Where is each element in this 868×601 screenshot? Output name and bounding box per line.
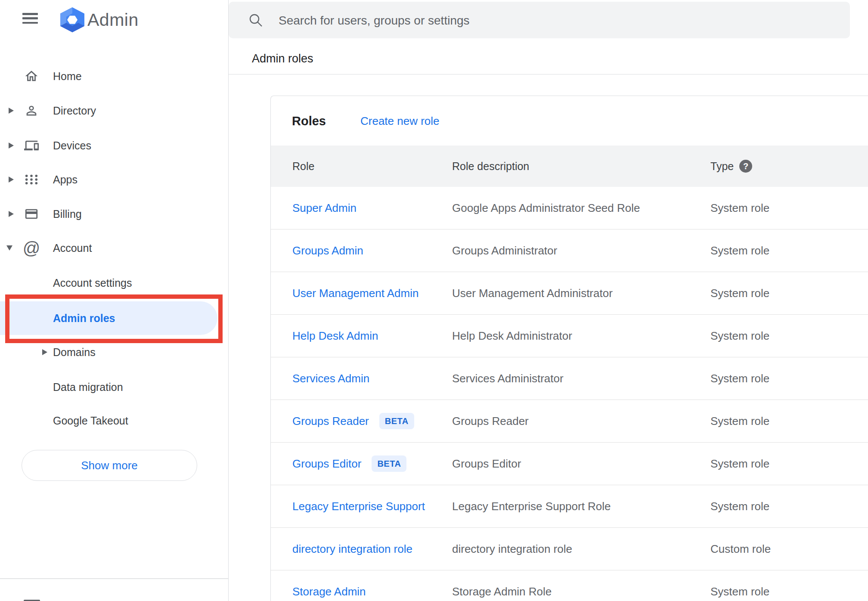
column-header-role-description: Role description — [452, 160, 529, 173]
expand-arrow-icon[interactable] — [9, 108, 14, 114]
role-link[interactable]: Legacy Enterprise Support — [292, 500, 425, 513]
table-row: Groups AdminGroups AdministratorSystem r… — [271, 229, 868, 272]
role-type: System role — [710, 201, 769, 215]
role-type: Custom role — [710, 542, 771, 556]
admin-logo-icon[interactable] — [60, 7, 84, 32]
sidebar-item-devices[interactable]: Devices — [0, 128, 228, 163]
role-link[interactable]: Help Desk Admin — [292, 329, 378, 343]
role-link[interactable]: Super Admin — [292, 201, 356, 215]
role-description: directory integration role — [452, 542, 572, 556]
expand-arrow-icon[interactable] — [9, 143, 14, 149]
collapse-arrow-icon[interactable] — [6, 245, 12, 251]
role-description: Services Administrator — [452, 372, 564, 385]
menu-icon[interactable] — [22, 13, 38, 24]
sidebar-item-domains[interactable]: Domains — [0, 335, 228, 369]
person-icon — [23, 102, 40, 119]
role-description: Help Desk Administrator — [452, 329, 572, 343]
expand-arrow-icon[interactable] — [9, 211, 14, 217]
help-icon[interactable] — [739, 160, 752, 173]
role-link[interactable]: Groups Reader — [292, 415, 369, 428]
table-row: Storage AdminStorage Admin RoleSystem ro… — [271, 570, 868, 601]
sidebar-item-label: Domains — [53, 346, 96, 359]
sidebar-item-google-takeout[interactable]: Google Takeout — [0, 403, 228, 438]
role-type: System role — [710, 500, 769, 513]
sidebar-item-directory[interactable]: Directory — [0, 93, 228, 128]
sidebar-item-label: Google Takeout — [53, 415, 128, 427]
role-type: System role — [710, 244, 769, 257]
home-icon — [23, 68, 40, 85]
role-description: User Management Administrator — [452, 287, 613, 300]
role-description: Storage Admin Role — [452, 585, 552, 598]
role-description: Groups Reader — [452, 415, 529, 428]
role-link[interactable]: Groups Admin — [292, 244, 363, 257]
role-link[interactable]: Storage Admin — [292, 585, 366, 598]
card-title: Roles — [292, 114, 326, 128]
sidebar-item-label: Home — [53, 70, 82, 83]
sidebar-item-label: Billing — [53, 208, 82, 220]
sidebar-item-label: Account settings — [53, 277, 132, 289]
role-link[interactable]: directory integration role — [292, 542, 412, 556]
sidebar-item-label: Directory — [53, 105, 96, 117]
column-header-type: Type — [710, 160, 734, 173]
search-icon — [248, 12, 263, 28]
table-header-row: Role Role description Type — [271, 146, 868, 187]
role-description: Legacy Enterprise Support Role — [452, 500, 611, 513]
expand-arrow-icon[interactable] — [42, 349, 47, 355]
role-type: System role — [710, 329, 769, 343]
apps-icon — [23, 171, 40, 188]
table-row: directory integration roledirectory inte… — [271, 528, 868, 570]
role-description: Groups Editor — [452, 457, 521, 471]
product-title: Admin — [87, 7, 139, 32]
expand-arrow-icon[interactable] — [9, 177, 14, 183]
role-link[interactable]: Services Admin — [292, 372, 369, 385]
table-body: Super AdminGoogle Apps Administrator See… — [271, 187, 868, 601]
sidebar-item-billing[interactable]: Billing — [0, 197, 228, 231]
create-new-role-link[interactable]: Create new role — [360, 114, 440, 127]
show-more-button[interactable]: Show more — [22, 450, 197, 481]
at-icon: @ — [23, 239, 40, 257]
table-row: User Management AdminUser Management Adm… — [271, 272, 868, 315]
table-row: Groups EditorBETAGroups EditorSystem rol… — [271, 443, 868, 485]
role-description: Google Apps Administrator Seed Role — [452, 201, 640, 215]
breadcrumb: Admin roles — [252, 52, 313, 65]
column-header-role: Role — [292, 160, 314, 173]
sidebar-item-label: Data migration — [53, 381, 123, 393]
table-row: Legacy Enterprise SupportLegacy Enterpri… — [271, 485, 868, 528]
search-input[interactable] — [278, 2, 831, 39]
role-type: System role — [710, 457, 769, 471]
sidebar-item-admin-roles[interactable]: Admin roles — [0, 301, 228, 335]
beta-badge: BETA — [379, 413, 414, 429]
sidebar-item-account-settings[interactable]: Account settings — [0, 266, 228, 300]
sidebar-item-apps[interactable]: Apps — [0, 162, 228, 197]
sidebar-item-data-migration[interactable]: Data migration — [0, 370, 228, 404]
roles-card: Roles Create new role Role Role descript… — [270, 96, 868, 601]
sidebar-item-account[interactable]: @Account — [0, 231, 228, 265]
beta-badge: BETA — [372, 455, 406, 472]
card-icon — [23, 205, 40, 223]
sidebar-content-divider — [228, 0, 229, 601]
sidebar-item-label: Account — [53, 242, 92, 254]
role-type: System role — [710, 415, 769, 428]
table-row: Super AdminGoogle Apps Administrator See… — [271, 187, 868, 229]
role-link[interactable]: Groups Editor — [292, 457, 361, 471]
sidebar-bottom-divider — [0, 578, 228, 579]
sidebar-header: Admin — [0, 0, 228, 41]
sidebar-item-label: Devices — [53, 139, 91, 152]
sidebar-item-home[interactable]: Home — [0, 59, 228, 93]
role-link[interactable]: User Management Admin — [292, 287, 418, 300]
header-divider — [229, 74, 868, 74]
role-description: Groups Administrator — [452, 244, 557, 257]
role-type: System role — [710, 585, 769, 598]
search-bar[interactable] — [229, 2, 850, 38]
table-row: Services AdminServices AdministratorSyst… — [271, 357, 868, 400]
sidebar-item-label: Admin roles — [53, 312, 115, 325]
role-type: System role — [710, 372, 769, 385]
table-row: Groups ReaderBETAGroups ReaderSystem rol… — [271, 400, 868, 443]
table-row: Help Desk AdminHelp Desk AdministratorSy… — [271, 315, 868, 357]
role-type: System role — [710, 287, 769, 300]
sidebar-item-label: Apps — [53, 173, 78, 186]
roles-card-header: Roles Create new role — [271, 96, 868, 146]
admin-console-page: Admin HomeDirectoryDevicesAppsBilling@Ac… — [0, 0, 868, 601]
devices-icon — [23, 137, 40, 154]
